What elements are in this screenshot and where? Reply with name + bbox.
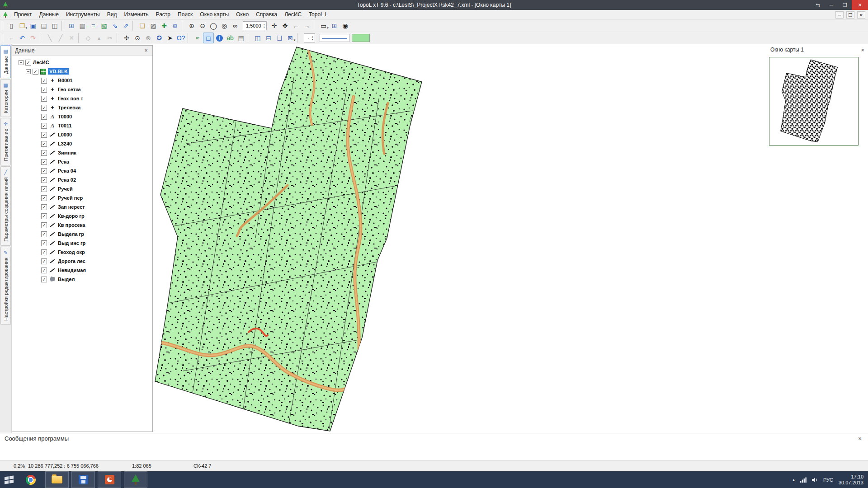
menu-item[interactable]: Вид [104,10,121,19]
toolbar-separator[interactable] [61,21,65,31]
topol-icon[interactable] [124,471,147,488]
toolbar-separator[interactable] [314,21,317,31]
tile-vertical-icon[interactable]: ⊟ [263,33,274,43]
tree-block-row[interactable]: VD.BLK [12,67,152,76]
layer-row[interactable]: T0011 [12,121,152,130]
menu-item[interactable]: Окно карты [196,10,232,19]
menu-item[interactable]: ЛесИС [281,10,305,19]
layer-row[interactable]: Ручей [12,184,152,193]
floppy-icon[interactable] [71,471,95,488]
minimize-icon[interactable]: ─ [825,0,838,10]
tab-categories[interactable]: ▦ Категории [0,79,11,117]
info-icon[interactable]: i [214,33,225,43]
options-icon[interactable]: ≈ [192,33,203,43]
hidden-icons-icon[interactable] [793,477,795,482]
select-tool-icon[interactable]: ◻ [203,33,214,43]
layer-checkbox[interactable] [41,168,47,174]
collapse-icon[interactable] [19,60,24,65]
erase-icon[interactable]: ✕ [66,33,77,43]
new-icon[interactable]: ▯ [6,20,17,31]
tile-horizontal-icon[interactable]: ◫ [252,33,263,43]
layer-checkbox[interactable] [41,141,47,147]
layer-checkbox[interactable] [41,132,47,138]
mdi-close-icon[interactable]: ✕ [857,11,865,19]
layer-checkbox[interactable] [41,195,47,201]
layer-row[interactable]: Река 04 [12,166,152,175]
layer-row[interactable]: Гео сетка [12,85,152,94]
close-icon[interactable]: ✕ [852,0,868,10]
magnify-icon[interactable]: ⊙ [132,33,143,43]
menu-item[interactable]: Проект [10,10,36,19]
import-icon[interactable]: ⇘ [109,20,120,31]
undo-icon[interactable]: ↶ [17,33,28,43]
menu-item[interactable]: Справка [252,10,281,19]
layer-row[interactable]: Ручей пер [12,193,152,202]
folder-icon[interactable]: ❏ [137,20,148,31]
list-icon[interactable]: ≡ [88,20,99,31]
switch-windows-icon[interactable]: ⇆ [811,0,825,10]
layer-checkbox[interactable] [41,150,47,156]
cancel-icon[interactable]: ⊗ [143,33,154,43]
clock[interactable]: 17:10 30.07.2013 [839,474,863,486]
next-view-icon[interactable]: → [302,20,312,31]
move-icon[interactable]: ✢ [121,33,132,43]
tab-data[interactable]: ▤ Данные [0,45,11,78]
point-style-spinner-icon[interactable] [312,35,313,41]
layer-row[interactable]: L3240 [12,139,152,148]
table-icon[interactable]: ⊞ [66,20,77,31]
redo-icon[interactable]: ↷ [28,33,38,43]
menu-item[interactable]: Растр [152,10,174,19]
layer-checkbox[interactable] [41,159,47,165]
visibility-icon[interactable]: ◉ [340,20,351,31]
add-layer-icon[interactable]: ✚ [159,20,170,31]
layer-checkbox[interactable] [41,123,47,129]
tab-line-params[interactable]: ╱ Параметры создания линий [0,166,11,246]
layer-row[interactable]: Река 02 [12,175,152,184]
layer-row[interactable]: Выдела гр [12,230,152,239]
layer-checkbox[interactable] [41,114,47,120]
layer-row[interactable]: B0001 [12,76,152,85]
layer-checkbox[interactable] [41,177,47,183]
layer-checkbox[interactable] [41,222,47,228]
menu-item[interactable]: Изменить [120,10,152,19]
layer-row[interactable]: Дорога лес [12,257,152,266]
toolbar-separator[interactable] [132,21,136,31]
layer-row[interactable]: L0000 [12,130,152,139]
map-canvas[interactable] [153,44,769,432]
toolbar-separator[interactable] [182,21,185,31]
layer-checkbox[interactable] [41,249,47,255]
tab-edit-settings[interactable]: ✎ Настройки редактирования [0,247,11,325]
search-icon[interactable]: ✪ [154,33,165,43]
overview-thumbnail[interactable] [769,57,859,145]
collapse-icon[interactable] [26,69,31,74]
corner-icon[interactable]: ⌐ [6,33,17,43]
grid-icon[interactable]: ▦ [77,20,88,31]
select-cursor-icon[interactable]: ➤ [165,33,175,43]
start-button[interactable] [0,471,18,488]
draw-line-icon[interactable]: ╲ [44,33,55,43]
overview-close-icon[interactable] [859,47,866,53]
attach-icon[interactable]: ⊕ [170,20,180,31]
zoom-out-icon[interactable]: ⊖ [197,20,208,31]
menu-item[interactable]: Данные [36,10,62,19]
language-indicator[interactable]: РУС [823,477,833,483]
pan-icon[interactable]: ✛ [269,20,280,31]
layer-checkbox[interactable] [41,267,47,273]
print-icon[interactable]: ▤ [38,20,49,31]
layer-row[interactable]: T0000 [12,112,152,121]
scale-combo[interactable]: 1:5000 [243,21,267,30]
prev-view-icon[interactable]: ← [291,20,302,31]
toolbar-separator[interactable] [188,33,191,43]
cut-icon[interactable]: ✂ [104,33,115,43]
layer-checkbox[interactable] [41,96,47,102]
export-icon[interactable]: ⇗ [120,20,131,31]
zoom-window-icon[interactable]: ◯ [208,20,219,31]
scale-infinity-icon[interactable]: ∞ [230,20,241,31]
presentation-icon[interactable] [98,471,121,488]
maximize-icon[interactable]: ❐ [838,0,852,10]
layer-checkbox[interactable] [41,258,47,264]
zoom-in-icon[interactable]: ⊕ [186,20,197,31]
layer-checkbox[interactable] [41,186,47,192]
layers-icon[interactable]: ▧ [99,20,109,31]
save-icon[interactable]: ▣ [28,20,38,31]
